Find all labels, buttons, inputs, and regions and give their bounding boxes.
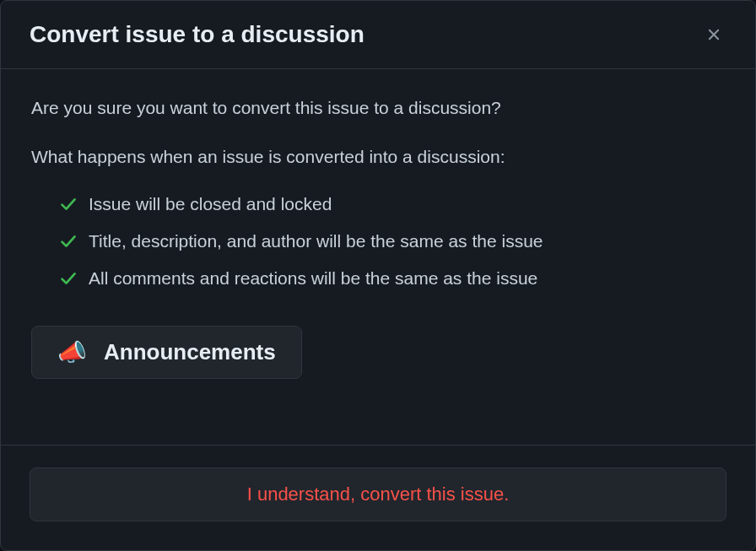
- list-item-text: Issue will be closed and locked: [89, 194, 332, 214]
- convert-issue-modal: Convert issue to a discussion Are you su…: [0, 0, 756, 551]
- close-icon: [705, 25, 723, 44]
- list-item: Title, description, and author will be t…: [60, 223, 725, 260]
- list-item-text: All comments and reactions will be the s…: [89, 268, 537, 289]
- checklist: Issue will be closed and locked Title, d…: [31, 186, 725, 297]
- modal-footer: I understand, convert this issue.: [1, 445, 755, 550]
- explanation-subtitle: What happens when an issue is converted …: [31, 147, 725, 167]
- list-item: All comments and reactions will be the s…: [60, 260, 725, 297]
- megaphone-icon: 📣: [57, 338, 87, 366]
- check-icon: [60, 233, 77, 250]
- confirmation-question: Are you sure you want to convert this is…: [31, 98, 725, 118]
- confirm-convert-button[interactable]: I understand, convert this issue.: [30, 467, 726, 521]
- check-icon: [60, 270, 77, 287]
- modal-title: Convert issue to a discussion: [30, 21, 364, 48]
- check-icon: [60, 196, 77, 213]
- list-item-text: Title, description, and author will be t…: [89, 231, 543, 251]
- close-button[interactable]: [701, 22, 726, 47]
- list-item: Issue will be closed and locked: [60, 186, 725, 223]
- category-selector[interactable]: 📣 Announcements: [31, 326, 302, 379]
- category-label: Announcements: [104, 339, 276, 365]
- modal-header: Convert issue to a discussion: [1, 1, 755, 69]
- modal-body: Are you sure you want to convert this is…: [1, 69, 755, 445]
